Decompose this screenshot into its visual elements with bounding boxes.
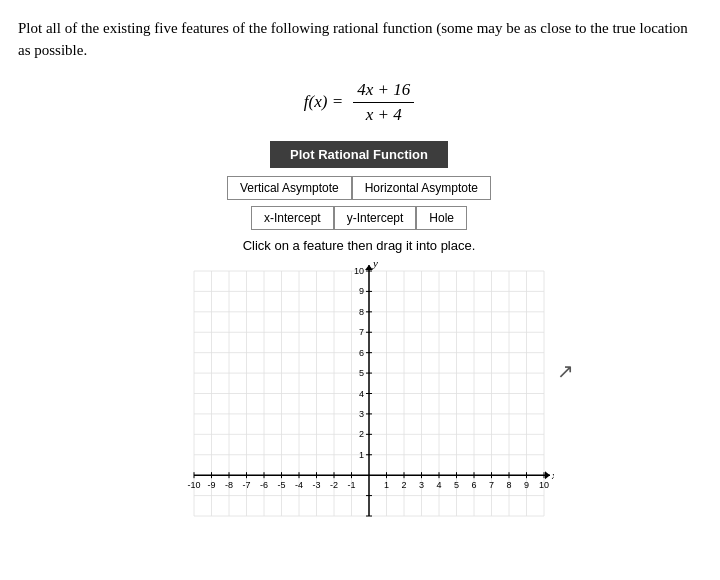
graph-area: ↗ [18,261,700,541]
feature-buttons-row1: Vertical Asymptote Horizontal Asymptote [18,176,700,200]
hole-button[interactable]: Hole [416,206,467,230]
y-intercept-button[interactable]: y-Intercept [334,206,417,230]
cursor-icon: ↗ [557,359,574,383]
vertical-asymptote-button[interactable]: Vertical Asymptote [227,176,352,200]
function-container: f(x) = 4x + 16 x + 4 [18,80,700,125]
fraction: 4x + 16 x + 4 [353,80,414,125]
plot-rational-function-button[interactable]: Plot Rational Function [270,141,448,168]
horizontal-asymptote-button[interactable]: Horizontal Asymptote [352,176,491,200]
instruction-text: Plot all of the existing five features o… [18,18,698,62]
function-expression: f(x) = 4x + 16 x + 4 [304,80,414,125]
controls-container: Plot Rational Function Vertical Asymptot… [18,141,700,253]
coordinate-graph[interactable] [164,261,554,541]
feature-buttons-row2: x-Intercept y-Intercept Hole [18,206,700,230]
page: Plot all of the existing five features o… [0,0,720,551]
function-label: f(x) = [304,92,343,112]
graph-wrapper[interactable]: ↗ [164,261,554,541]
numerator: 4x + 16 [353,80,414,103]
drag-instruction: Click on a feature then drag it into pla… [18,238,700,253]
x-intercept-button[interactable]: x-Intercept [251,206,334,230]
denominator: x + 4 [362,103,406,125]
